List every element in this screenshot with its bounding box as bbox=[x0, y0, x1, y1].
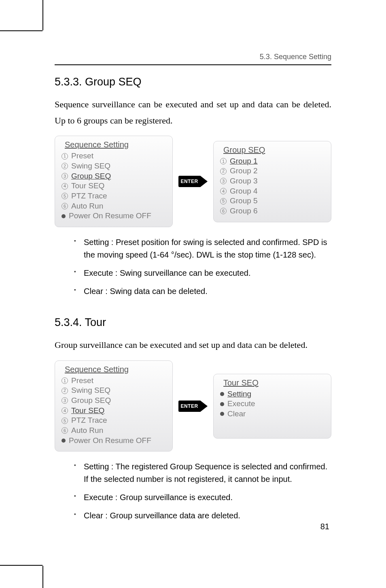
panel-sequence-setting-533: Sequence Setting 1Preset2Swing SEQ3Group… bbox=[55, 136, 173, 227]
crop-mark bbox=[42, 566, 43, 588]
panel-title: Group SEQ bbox=[223, 145, 324, 155]
bullet-item: Clear : Group surveillance data are dele… bbox=[74, 509, 331, 522]
bullet-item: Setting : Preset position for swing is s… bbox=[74, 236, 331, 261]
panel-item: 5PTZ Trace bbox=[62, 191, 166, 201]
panel-item: 4Group 4 bbox=[220, 186, 324, 196]
panel-title: Sequence Setting bbox=[65, 365, 166, 374]
diagram-534: Sequence Setting 1Preset2Swing SEQ3Group… bbox=[55, 360, 331, 452]
section-heading-534: 5.3.4. Tour bbox=[55, 316, 331, 329]
panel-item-label: Swing SEQ bbox=[71, 386, 110, 396]
section-intro-533: Sequence surveillance can be executed an… bbox=[55, 96, 331, 128]
bullet-dot-icon bbox=[220, 412, 224, 416]
panel-item-label: Group 2 bbox=[230, 166, 258, 176]
panel-item: Power On Resume OFF bbox=[62, 436, 166, 446]
circled-number-icon: 4 bbox=[220, 188, 227, 194]
crop-mark bbox=[42, 0, 43, 30]
panel-group-seq-533: Group SEQ 1Group 12Group 23Group 34Group… bbox=[213, 141, 331, 222]
panel-item: 4Tour SEQ bbox=[62, 406, 166, 416]
enter-label: ENTER bbox=[178, 401, 200, 412]
page: 5.3. Sequence Setting 5.3.3. Group SEQ S… bbox=[0, 0, 386, 588]
circled-number-icon: 4 bbox=[62, 407, 68, 414]
circled-number-icon: 4 bbox=[62, 183, 68, 190]
panel-item-label: Preset bbox=[71, 376, 93, 386]
circled-number-icon: 1 bbox=[220, 158, 227, 164]
bullet-list-533: Setting : Preset position for swing is s… bbox=[74, 236, 331, 298]
panel-item: 6Auto Run bbox=[62, 426, 166, 436]
enter-arrow-wrap: ENTER bbox=[177, 176, 209, 187]
panel-item: 1Preset bbox=[62, 376, 166, 386]
panel-item-label: Group 6 bbox=[230, 206, 258, 216]
page-number: 81 bbox=[320, 522, 329, 531]
circled-number-icon: 6 bbox=[62, 203, 68, 209]
section-heading-533: 5.3.3. Group SEQ bbox=[55, 76, 331, 88]
enter-arrow-icon: ENTER bbox=[178, 401, 208, 412]
circled-number-icon: 2 bbox=[220, 168, 227, 175]
panel-item-label: Tour SEQ bbox=[71, 181, 104, 191]
enter-label: ENTER bbox=[178, 176, 200, 187]
panel-item-label: Execute bbox=[227, 399, 255, 409]
panel-item-label: Auto Run bbox=[71, 201, 103, 211]
bullet-dot-icon bbox=[62, 439, 66, 443]
panel-item-label: Group SEQ bbox=[71, 396, 111, 406]
panel-title: Sequence Setting bbox=[65, 140, 166, 149]
circled-number-icon: 6 bbox=[220, 208, 227, 214]
content-area: 5.3. Sequence Setting 5.3.3. Group SEQ S… bbox=[55, 53, 331, 541]
panel-item-label: Power On Resume OFF bbox=[69, 436, 151, 446]
enter-arrow-icon: ENTER bbox=[178, 176, 208, 187]
circled-number-icon: 1 bbox=[62, 153, 68, 160]
crop-mark bbox=[0, 565, 42, 566]
panel-item-label: Group 3 bbox=[230, 176, 258, 186]
panel-title: Tour SEQ bbox=[223, 378, 324, 388]
panel-item: Execute bbox=[220, 399, 324, 409]
panel-item: 1Group 1 bbox=[220, 156, 324, 166]
bullet-item: Execute : Swing surveillance can be exec… bbox=[74, 267, 331, 279]
panel-list: SettingExecuteClear bbox=[220, 389, 324, 419]
bullet-item: Clear : Swing data can be deleted. bbox=[74, 285, 331, 298]
bullet-item: Setting : The registered Group Sequence … bbox=[74, 460, 331, 486]
panel-item: 3Group 3 bbox=[220, 176, 324, 186]
running-header: 5.3. Sequence Setting bbox=[55, 53, 331, 65]
panel-item: Power On Resume OFF bbox=[62, 211, 166, 221]
bullet-item: Execute : Group surveillance is executed… bbox=[74, 491, 331, 504]
panel-item: 4Tour SEQ bbox=[62, 181, 166, 191]
panel-sequence-setting-534: Sequence Setting 1Preset2Swing SEQ3Group… bbox=[55, 360, 173, 452]
bullet-dot-icon bbox=[62, 214, 66, 218]
panel-list: 1Preset2Swing SEQ3Group SEQ4Tour SEQ5PTZ… bbox=[62, 376, 166, 446]
section-intro-534: Group surveillance can be executed and s… bbox=[55, 337, 331, 353]
panel-item-label: Power On Resume OFF bbox=[69, 211, 151, 221]
panel-item-label: Setting bbox=[227, 389, 251, 399]
panel-item: 5PTZ Trace bbox=[62, 415, 166, 426]
panel-item: 2Swing SEQ bbox=[62, 161, 166, 171]
panel-item-label: Group 5 bbox=[230, 196, 258, 206]
bullet-dot-icon bbox=[220, 402, 224, 406]
enter-arrow-wrap: ENTER bbox=[177, 401, 209, 412]
crop-mark bbox=[0, 30, 42, 31]
circled-number-icon: 2 bbox=[62, 388, 68, 394]
circled-number-icon: 3 bbox=[62, 173, 68, 179]
panel-item: Clear bbox=[220, 409, 324, 419]
panel-item-label: Clear bbox=[227, 409, 246, 419]
panel-list: 1Group 12Group 23Group 34Group 45Group 5… bbox=[220, 156, 324, 216]
panel-item: 3Group SEQ bbox=[62, 396, 166, 406]
panel-item: 5Group 5 bbox=[220, 196, 324, 206]
arrow-tip-icon bbox=[200, 176, 208, 187]
circled-number-icon: 6 bbox=[62, 427, 68, 434]
panel-item: 6Auto Run bbox=[62, 201, 166, 211]
circled-number-icon: 1 bbox=[62, 377, 68, 384]
panel-tour-seq-534: Tour SEQ SettingExecuteClear bbox=[213, 374, 331, 439]
panel-item: 6Group 6 bbox=[220, 206, 324, 216]
arrow-tip-icon bbox=[200, 401, 208, 412]
circled-number-icon: 3 bbox=[220, 178, 227, 184]
panel-item: 3Group SEQ bbox=[62, 171, 166, 181]
panel-item: 1Preset bbox=[62, 151, 166, 161]
panel-item-label: PTZ Trace bbox=[71, 415, 107, 426]
panel-item-label: PTZ Trace bbox=[71, 191, 107, 201]
panel-item-label: Group 1 bbox=[230, 156, 258, 166]
panel-item-label: Auto Run bbox=[71, 426, 103, 436]
bullet-list-534: Setting : The registered Group Sequence … bbox=[74, 460, 331, 522]
panel-item: 2Group 2 bbox=[220, 166, 324, 176]
panel-item-label: Group SEQ bbox=[71, 171, 111, 181]
circled-number-icon: 5 bbox=[62, 418, 68, 424]
circled-number-icon: 2 bbox=[62, 163, 68, 169]
circled-number-icon: 5 bbox=[220, 198, 227, 205]
